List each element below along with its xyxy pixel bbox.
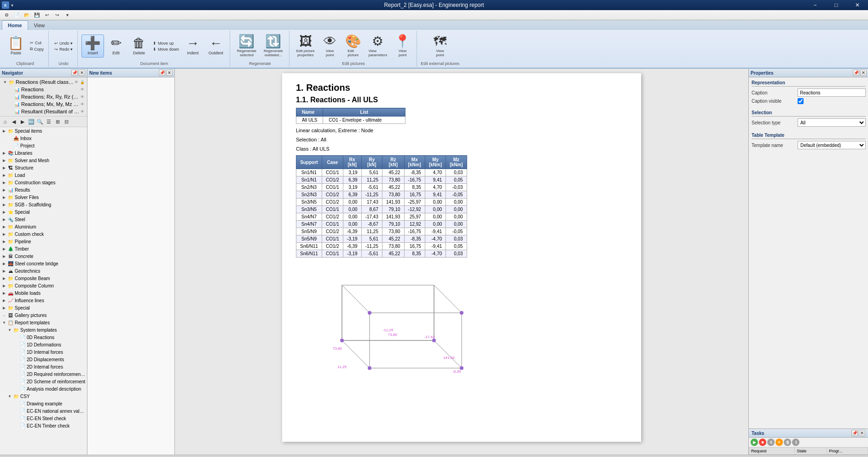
caption-visible-checkbox[interactable] xyxy=(798,98,804,104)
template-name-select[interactable]: Default (embedded) xyxy=(798,141,866,149)
tree-geotechnics[interactable]: ▶ ⛰ Geotechnics xyxy=(0,267,87,275)
paste-button[interactable]: 📋 Paste xyxy=(5,35,27,58)
tree-timber[interactable]: ▶ 🌲 Timber xyxy=(0,245,87,252)
tasks-start-btn[interactable]: ▶ xyxy=(751,439,758,446)
tree-project[interactable]: 📄 Project xyxy=(0,142,87,149)
nav-tb-filter[interactable]: 🔍 xyxy=(36,117,44,126)
tree-custom-check[interactable]: ▶ 📁 Custom check xyxy=(0,230,87,238)
maximize-button[interactable]: □ xyxy=(826,0,847,10)
view-point-button[interactable]: 👁 Viewpoint xyxy=(319,33,341,59)
tree-csy[interactable]: ▼ 📁 CSY xyxy=(0,393,87,400)
tree-ec-en-timber[interactable]: 📄 EC-EN Timber check xyxy=(0,422,87,429)
reactions-visible[interactable]: 👁 xyxy=(80,87,85,92)
delete-button[interactable]: 🗑 Delete xyxy=(128,35,150,58)
report-content[interactable]: 1. Reactions 1.1. Reactions - All ULS Na… xyxy=(175,69,748,455)
tree-libraries[interactable]: ▶ 📚 Libraries xyxy=(0,149,87,157)
tasks-delete-btn[interactable]: 🗑 xyxy=(784,439,791,446)
tree-results[interactable]: ▶ 📊 Results xyxy=(0,186,87,193)
qa-new[interactable]: 📄 xyxy=(12,11,21,20)
indent-button[interactable]: → Indent xyxy=(182,35,204,58)
tree-ec-en-national[interactable]: 📄 EC-EN national annex values xyxy=(0,407,87,415)
nav-tb-home[interactable]: ⌂ xyxy=(1,117,9,126)
qa-redo[interactable]: ↪ xyxy=(52,11,62,20)
tasks-pin[interactable]: 📌 xyxy=(851,430,858,436)
tree-2d-scheme[interactable]: 📄 2D Scheme of reinforcement xyxy=(0,378,87,385)
tasks-clear-btn[interactable]: ✕ xyxy=(775,439,783,446)
tree-sgb[interactable]: ▶ 📁 SGB - Scaffolding xyxy=(0,201,87,208)
new-items-close[interactable]: ✕ xyxy=(166,70,173,76)
nav-tb-sort[interactable]: 🔤 xyxy=(27,117,35,126)
tree-construction[interactable]: ▶ 📁 Construction stages xyxy=(0,179,87,186)
nav-reactions-mxmymz[interactable]: 📊 Reactions; Mx, My, Mz (D... 👁 xyxy=(1,100,86,108)
nav-tb-expand-all[interactable]: ⊞ xyxy=(53,117,62,126)
edit-picture-button[interactable]: 🎨 Editpicture xyxy=(342,33,365,59)
tree-structure[interactable]: ▶ 🏗 Structure xyxy=(0,164,87,171)
tree-steel-concrete[interactable]: ▶ 🌉 Steel concrete bridge xyxy=(0,260,87,267)
copy-button[interactable]: ⧉ Copy xyxy=(28,46,46,52)
tree-steel[interactable]: ▶ 🔩 Steel xyxy=(0,216,87,223)
qa-undo[interactable]: ↩ xyxy=(42,11,52,20)
tree-inbox[interactable]: 📥 Inbox xyxy=(0,135,87,142)
regenerate-outdated-button[interactable]: 🔃 Regenerateoutdated... xyxy=(260,33,286,59)
tree-mobile-loads[interactable]: ▶ 🚗 Mobile loads xyxy=(0,289,87,297)
edit-picture-props-button[interactable]: 🖼 Edit pictureproperties xyxy=(293,33,318,59)
insert-button[interactable]: ➕ Insert xyxy=(81,35,104,58)
tree-special-items[interactable]: ▶ 📁 Special items xyxy=(0,127,87,135)
nav-tb-back[interactable]: ◀ xyxy=(10,117,18,126)
regenerate-selected-button[interactable]: 🔄 Regenerateselected xyxy=(234,33,260,59)
redo-button[interactable]: ↪ Redo ▾ xyxy=(52,47,75,52)
outdent-button[interactable]: ← Outdent xyxy=(205,35,227,58)
qa-more[interactable]: ▾ xyxy=(63,11,72,20)
resultant-visible[interactable]: 👁 xyxy=(80,109,85,114)
tree-concrete[interactable]: ▶ 🏛 Concrete xyxy=(0,252,87,260)
tree-composite-col[interactable]: ▶ 📁 Composite Column xyxy=(0,282,87,289)
nav-tb-collapse-all[interactable]: ⊟ xyxy=(62,117,70,126)
nav-reactions-rxryrz[interactable]: 📊 Reactions; Rx, Ry, Rz (D... 👁 xyxy=(1,93,86,100)
navigator-pin-btn[interactable]: 📌 xyxy=(71,70,78,76)
tree-special[interactable]: ▶ ⭐ Special xyxy=(0,208,87,216)
tree-special2[interactable]: ▶ 📁 Special xyxy=(0,304,87,311)
tree-influence[interactable]: ▶ 📈 Influence lines xyxy=(0,297,87,304)
nav-resultant[interactable]: 📊 Resultant (Resultant of r... 👁 xyxy=(1,108,86,115)
tree-pipeline[interactable]: ▶ 📁 Pipeline xyxy=(0,238,87,245)
ext-view-point-button[interactable]: 🗺 Viewpoint xyxy=(429,33,451,59)
selection-type-select[interactable]: All xyxy=(798,118,866,127)
tasks-stop-btn[interactable]: ■ xyxy=(759,439,766,446)
caption-input[interactable] xyxy=(798,88,866,97)
tree-1d-deform[interactable]: 📄 1D Deformations xyxy=(0,341,87,348)
tree-aluminium[interactable]: ▶ 📁 Aluminium xyxy=(0,223,87,230)
tree-2d-displ[interactable]: 📄 2D Displacements xyxy=(0,356,87,363)
nav-tb-fwd[interactable]: ▶ xyxy=(18,117,27,126)
tree-solver-mesh[interactable]: ▶ 📁 Solver and Mesh xyxy=(0,157,87,164)
tree-analysis-model[interactable]: 📄 Analysis model description xyxy=(0,385,87,393)
tree-gallery[interactable]: – 🖼 Gallery pictures xyxy=(0,311,87,319)
nav-tb-list[interactable]: ☰ xyxy=(45,117,53,126)
tasks-info-btn[interactable]: ℹ xyxy=(792,439,799,446)
tree-0d-reactions[interactable]: 📄 0D Reactions xyxy=(0,334,87,341)
qa-save[interactable]: 💾 xyxy=(32,11,41,20)
properties-close[interactable]: ✕ xyxy=(860,70,867,76)
tasks-pause-btn[interactable]: ⏸ xyxy=(767,439,775,446)
root-item-visible[interactable]: 👁 xyxy=(74,79,79,85)
tree-1d-internal[interactable]: 📄 1D Internal forces xyxy=(0,348,87,356)
tasks-close[interactable]: ✕ xyxy=(859,430,865,436)
close-button[interactable]: ✕ xyxy=(847,0,868,10)
nav-reactions-item[interactable]: 📊 Reactions 👁 xyxy=(1,86,86,93)
qa-open[interactable]: 📂 xyxy=(22,11,31,20)
undo-button[interactable]: ↩ Undo ▾ xyxy=(52,41,75,46)
tree-ec-en-steel[interactable]: 📄 EC-EN Steel check xyxy=(0,415,87,422)
rxryrz-visible[interactable]: 👁 xyxy=(80,94,85,100)
properties-pin[interactable]: 📌 xyxy=(853,70,859,76)
mxmymz-visible[interactable]: 👁 xyxy=(80,101,85,107)
tree-solver-files[interactable]: ▶ 📁 Solver Files xyxy=(0,193,87,201)
tree-2d-internal[interactable]: 📄 2D Internal forces xyxy=(0,363,87,370)
navigator-close-btn[interactable]: ✕ xyxy=(79,70,85,76)
tree-drawing-example[interactable]: 📄 Drawing example xyxy=(0,400,87,407)
view-point2-button[interactable]: 📍 Viewpoint xyxy=(391,33,414,59)
minimize-button[interactable]: − xyxy=(804,0,826,10)
tree-load[interactable]: ▶ 📁 Load xyxy=(0,171,87,179)
cut-button[interactable]: ✂ Cut xyxy=(28,40,46,46)
tab-view[interactable]: View xyxy=(28,20,51,30)
tree-report-templates[interactable]: ▼ 📋 Report templates xyxy=(0,319,87,326)
root-item-action[interactable]: 🔒 xyxy=(80,79,85,85)
